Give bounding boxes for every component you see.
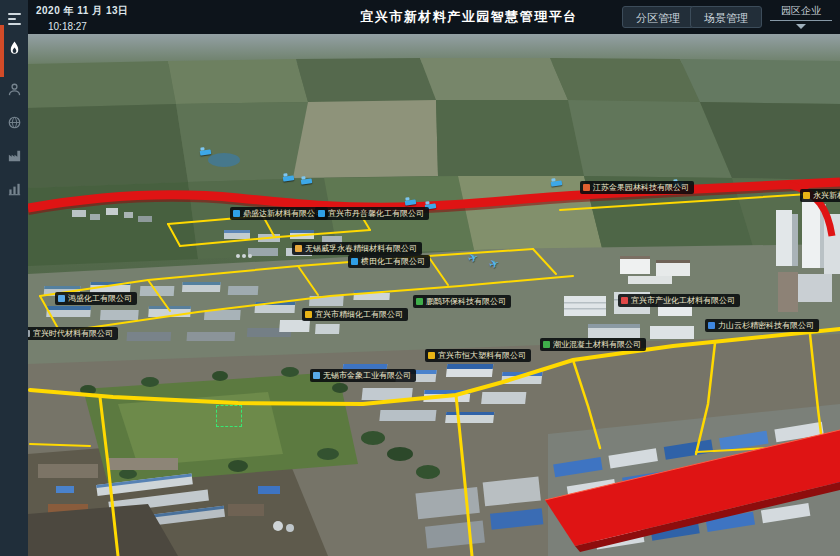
dropdown-label: 园区企业 [770, 4, 832, 21]
company-label-text: 宜兴市产业化工材料有限公司 [631, 294, 735, 307]
company-label-text: 鹏鹞环保科技有限公司 [426, 295, 506, 308]
company-marker-icon [313, 372, 320, 379]
company-label-text: 无锡威孚永春精细材料有限公司 [305, 242, 417, 255]
company-label-text: 力山云杉精密科技有限公司 [718, 319, 814, 332]
company-marker-icon [621, 297, 628, 304]
company-marker-icon [58, 295, 65, 302]
header-bar: 2020 年 11 月 13日 10:18:27 宜兴市新材料产业园智慧管理平台… [28, 0, 840, 34]
company-label-text: 鸿盛化工有限公司 [68, 292, 132, 305]
company-label[interactable]: 鼎盛达新材料有限公司 [230, 207, 328, 220]
company-label[interactable]: 江苏金果园林科技有限公司 [580, 181, 694, 194]
company-marker-icon [295, 245, 302, 252]
company-label[interactable]: 宜兴市丹音馨化工有限公司 [315, 207, 429, 220]
flame-icon [7, 40, 22, 56]
company-label-text: 江苏金果园林科技有限公司 [593, 181, 689, 194]
company-label-text: 潮业混凝土材料有限公司 [553, 338, 641, 351]
company-marker-icon [351, 258, 358, 265]
sidebar-item-user[interactable] [0, 74, 28, 104]
sidebar-item-stats[interactable] [0, 173, 28, 203]
company-label-text: 横田化工有限公司 [361, 255, 425, 268]
company-label[interactable]: 鹏鹞环保科技有限公司 [413, 295, 511, 308]
selection-marquee[interactable] [216, 405, 242, 427]
company-label[interactable]: 力山云杉精密科技有限公司 [705, 319, 819, 332]
zone-management-button[interactable]: 分区管理 [622, 6, 694, 28]
company-label[interactable]: 宜兴市精细化工有限公司 [302, 308, 408, 321]
company-marker-icon [583, 184, 590, 191]
company-marker-icon [318, 210, 325, 217]
company-label-text: 宜兴时代材料有限公司 [33, 327, 113, 340]
park-enterprise-dropdown[interactable]: 园区企业 [770, 4, 832, 29]
company-label[interactable]: 鸿盛化工有限公司 [55, 292, 137, 305]
company-label[interactable]: 宜兴市产业化工材料有限公司 [618, 294, 740, 307]
app-window: 2020 年 11 月 13日 10:18:27 宜兴市新材料产业园智慧管理平台… [0, 0, 840, 556]
sidebar [0, 0, 28, 556]
company-label[interactable]: 潮业混凝土材料有限公司 [540, 338, 646, 351]
company-marker-icon [416, 298, 423, 305]
company-label-text: 鼎盛达新材料有限公司 [243, 207, 323, 220]
map-3d-view[interactable]: ✈✈ 鼎盛达新材料有限公司宜兴市丹音馨化工有限公司无锡威孚永春精细材料有限公司横… [28, 34, 840, 556]
hamburger-icon [8, 13, 21, 25]
company-label[interactable]: 永兴新材料有限公司 [800, 189, 840, 202]
sidebar-item-globe[interactable] [0, 107, 28, 137]
company-label[interactable]: 无锡威孚永春精细材料有限公司 [292, 242, 422, 255]
company-label-text: 宜兴市恒大塑料有限公司 [438, 349, 526, 362]
company-label[interactable]: 无锡市金象工业有限公司 [310, 369, 416, 382]
company-marker-icon [543, 341, 550, 348]
company-marker-icon [233, 210, 240, 217]
company-label-text: 无锡市金象工业有限公司 [323, 369, 411, 382]
company-marker-icon [803, 192, 810, 199]
company-label-text: 永兴新材料有限公司 [813, 189, 840, 202]
company-marker-icon [428, 352, 435, 359]
company-label[interactable]: 宜兴市恒大塑料有限公司 [425, 349, 531, 362]
company-label[interactable]: 宜兴时代材料有限公司 [28, 327, 118, 340]
user-icon [7, 82, 22, 97]
field-mosaic [28, 58, 840, 266]
menu-toggle-button[interactable] [0, 4, 28, 34]
bar-chart-icon [7, 181, 22, 196]
company-label-text: 宜兴市丹音馨化工有限公司 [328, 207, 424, 220]
globe-icon [7, 115, 22, 130]
company-marker-icon [28, 330, 30, 337]
company-label[interactable]: 横田化工有限公司 [348, 255, 430, 268]
company-label-text: 宜兴市精细化工有限公司 [315, 308, 403, 321]
chevron-down-icon [796, 24, 806, 29]
factory-icon [7, 148, 22, 163]
company-marker-icon [708, 322, 715, 329]
sidebar-item-factory[interactable] [0, 140, 28, 170]
company-marker-icon [305, 311, 312, 318]
sidebar-item-fire[interactable] [0, 33, 28, 63]
scene-management-button[interactable]: 场景管理 [690, 6, 762, 28]
